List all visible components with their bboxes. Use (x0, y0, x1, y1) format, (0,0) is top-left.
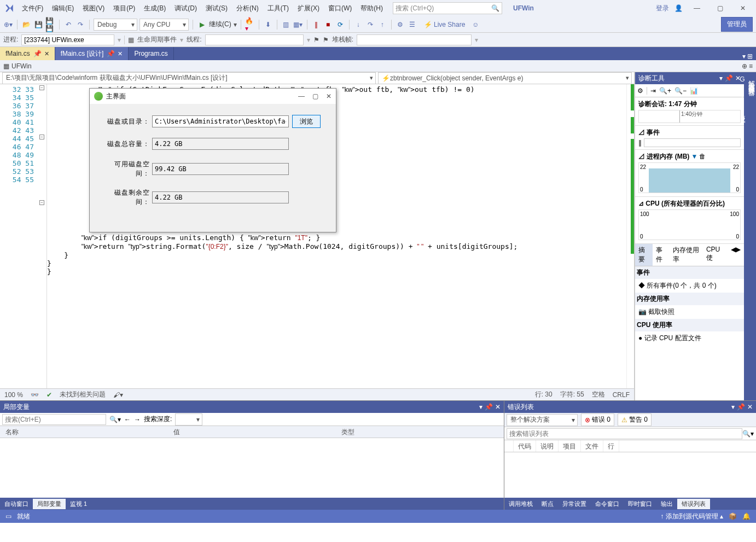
gear-icon[interactable]: ⚙ (637, 87, 643, 95)
save-all-icon[interactable]: 💾💾 (45, 20, 55, 30)
column-header[interactable]: 类型 (336, 426, 504, 438)
memory-chart[interactable]: 22 22 0 0 (638, 162, 741, 193)
live-share-button[interactable]: ⚡ Live Share (424, 21, 466, 28)
column-header[interactable]: 说明 (536, 440, 559, 452)
chart-icon[interactable]: 📊 (690, 87, 698, 95)
step-into-icon[interactable]: ↓ (353, 20, 363, 30)
pause-icon[interactable]: ‖ (638, 139, 642, 147)
panel-tab[interactable]: 异常设置 (558, 499, 591, 509)
stop-icon[interactable]: ■ (323, 20, 333, 30)
menu-item[interactable]: 分析(N) (233, 3, 262, 14)
dialog-minimize[interactable]: — (298, 92, 305, 100)
thread-combo[interactable] (205, 34, 304, 45)
error-scope-combo[interactable]: 整个解决方案 (507, 414, 578, 426)
brush-icon[interactable]: 🖌▾ (113, 391, 123, 399)
output-icon[interactable]: ▭ (5, 512, 11, 520)
menu-item[interactable]: 工具(T) (264, 3, 292, 14)
flag2-icon[interactable]: ⚑ (323, 36, 329, 44)
panel-tab[interactable]: 局部变量 (33, 499, 66, 509)
panel-tab[interactable]: 即时窗口 (624, 499, 656, 509)
config-combo[interactable]: Debug (94, 19, 137, 31)
panel-tab[interactable]: 错误列表 (677, 499, 710, 509)
solution-explorer-tab[interactable]: 解决方案资源管理器 (747, 75, 756, 395)
menu-item[interactable]: 文件(F) (19, 3, 46, 14)
error-body[interactable] (504, 452, 756, 498)
maximize-button[interactable]: ▢ (711, 4, 729, 12)
cpu-chart[interactable]: 100 100 0 0 (638, 209, 741, 240)
document-tab[interactable]: Program.cs (129, 47, 173, 60)
panel-tab[interactable]: 输出 (656, 499, 677, 509)
misc2-icon[interactable]: ☰ (408, 20, 417, 30)
undo-icon[interactable]: ↶ (63, 20, 73, 30)
close-icon[interactable]: ✕ (495, 403, 501, 411)
zoom-in-icon[interactable]: 🔍+ (659, 87, 671, 95)
back-icon[interactable]: ⊕▾ (3, 20, 13, 30)
column-header[interactable]: 值 (168, 426, 336, 438)
zoom-out-icon[interactable]: 🔍− (674, 87, 687, 95)
scope-combo[interactable]: E:\项目\无限项目\Code\winform 获取磁盘大小\UFWin\UFW… (2, 72, 376, 84)
locals-search-input[interactable] (2, 414, 106, 425)
column-header[interactable]: 代码 (514, 440, 536, 452)
errors-button[interactable]: ⊗错误 0 (581, 413, 614, 426)
panel-tab[interactable]: 命令窗口 (591, 499, 624, 509)
split-icon[interactable]: ⊕ ≡ (742, 62, 753, 70)
error-search-input[interactable] (507, 428, 742, 439)
snapshot-item[interactable]: 📷 截取快照 (638, 307, 741, 317)
global-search[interactable]: 搜索 (Ctrl+Q)🔍 (393, 2, 502, 14)
process-combo[interactable] (21, 34, 114, 45)
pin-icon[interactable]: 📌 (737, 403, 745, 411)
nav-fwd-icon[interactable]: → (134, 416, 141, 423)
continue-label[interactable]: 继续(C) (209, 20, 231, 29)
platform-combo[interactable]: Any CPU (139, 19, 189, 31)
panel-tab[interactable]: 自动窗口 (0, 499, 33, 509)
bell-icon[interactable]: 🔔 (742, 512, 751, 520)
export-icon[interactable]: ⇥ (650, 87, 656, 95)
layout-icon[interactable]: ▥ (281, 20, 291, 30)
scm-button[interactable]: ↑ 添加到源代码管理 ▴ (660, 512, 723, 521)
fold-marker[interactable]: − (39, 200, 44, 205)
depth-combo[interactable] (175, 413, 202, 426)
timeline[interactable]: 1:40分钟 (638, 110, 741, 123)
path-input[interactable] (152, 115, 289, 127)
pin-icon[interactable]: 📌 (725, 74, 733, 82)
zoom-combo[interactable]: 100 % (4, 391, 23, 399)
member-combo[interactable]: ⚡zbtnbrower_Click(object sender, EventAr… (378, 72, 632, 84)
menu-item[interactable]: 调试(D) (171, 3, 200, 14)
fold-margin[interactable]: − − − (38, 84, 47, 388)
minimize-button[interactable]: — (688, 4, 706, 12)
column-header[interactable]: 行 (603, 440, 619, 452)
events-item[interactable]: ◆ 所有事件(0 个，共 0 个) (638, 281, 741, 290)
close-icon[interactable]: ✕ (747, 403, 753, 411)
menu-item[interactable]: 项目(P) (110, 3, 138, 14)
fold-marker[interactable]: − (39, 135, 44, 139)
column-header[interactable]: 名称 (0, 426, 168, 438)
panel-tab[interactable]: 监视 1 (66, 499, 91, 509)
locals-body[interactable] (0, 438, 504, 498)
window-pos-icon[interactable]: ▾ (719, 74, 723, 82)
fold-marker[interactable]: − (39, 85, 44, 90)
menu-item[interactable]: 窗口(W) (325, 3, 355, 14)
open-icon[interactable]: 📂 (21, 20, 31, 30)
login-link[interactable]: 登录 (656, 4, 669, 13)
column-header[interactable]: 项目 (559, 440, 581, 452)
dialog-close[interactable]: ✕ (326, 92, 332, 100)
misc-icon[interactable]: ⚙ (396, 20, 405, 30)
hot-reload-icon[interactable]: 🔥▾ (245, 20, 255, 30)
repo-icon[interactable]: 📦 (729, 512, 737, 520)
step-over-icon[interactable]: ↷ (365, 20, 375, 30)
stack-combo[interactable] (357, 34, 472, 45)
save-icon[interactable]: 💾 (33, 20, 43, 30)
nav-back-icon[interactable]: ← (124, 416, 131, 423)
panel-tab[interactable]: 调用堆栈 (504, 499, 537, 509)
lifecycle-icon[interactable]: ▦ (128, 36, 134, 44)
tabs-dropdown-icon[interactable]: ▾ ⊞ (739, 53, 756, 60)
layout2-icon[interactable]: ▦▾ (293, 20, 303, 30)
continue-icon[interactable]: ▶ (197, 20, 207, 30)
close-button[interactable]: ✕ (734, 4, 752, 12)
step-icon[interactable]: ⬇ (263, 20, 273, 30)
diag-tab[interactable]: 内存使用率 (670, 244, 703, 266)
menu-item[interactable]: 扩展(X) (294, 3, 323, 14)
redo-icon[interactable]: ↷ (75, 20, 85, 30)
flag-icon[interactable]: ⚑ (313, 36, 319, 44)
warnings-button[interactable]: ⚠警告 0 (618, 413, 652, 426)
